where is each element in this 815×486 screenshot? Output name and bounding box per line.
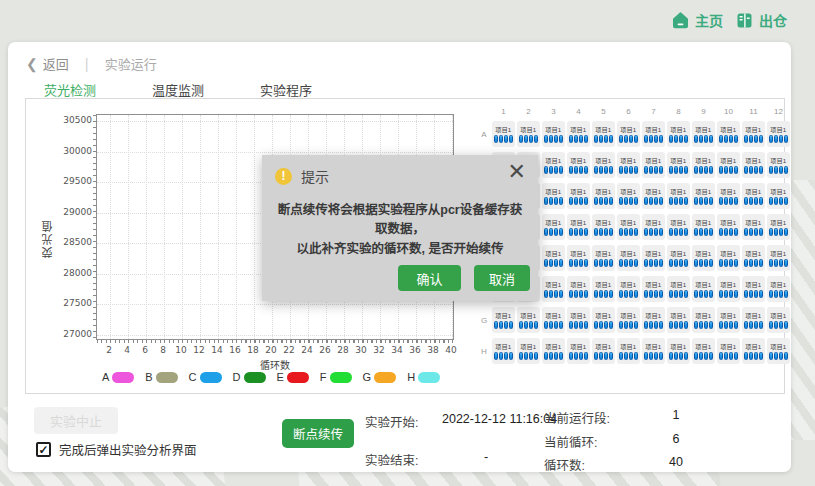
well-cell[interactable]: 项目1 — [492, 121, 515, 147]
abort-experiment-button[interactable]: 实验中止 — [34, 407, 118, 434]
well-cell[interactable]: 项目1 — [767, 183, 790, 209]
well-cell[interactable]: 项目1 — [642, 183, 665, 209]
tube-segment — [784, 135, 788, 143]
well-cell[interactable]: 项目1 — [742, 121, 765, 147]
close-icon[interactable]: ✕ — [508, 161, 526, 183]
well-cell[interactable]: 项目1 — [567, 245, 590, 271]
well-cell[interactable]: 项目1 — [642, 245, 665, 271]
well-cell[interactable]: 项目1 — [692, 121, 715, 147]
well-cell[interactable]: 项目1 — [617, 338, 640, 364]
well-cell[interactable]: 项目1 — [617, 183, 640, 209]
home-button[interactable]: 主页 — [672, 10, 723, 30]
well-cell[interactable]: 项目1 — [692, 245, 715, 271]
back-button[interactable]: 返回 — [43, 54, 69, 73]
well-cell[interactable]: 项目1 — [717, 121, 740, 147]
well-cell[interactable]: 项目1 — [767, 152, 790, 178]
well-cell[interactable]: 项目1 — [692, 214, 715, 240]
well-cell[interactable]: 项目1 — [542, 121, 565, 147]
well-cell[interactable]: 项目1 — [517, 338, 540, 364]
well-cell[interactable]: 项目1 — [667, 276, 690, 302]
tube-segment — [604, 135, 608, 143]
well-cell[interactable]: 项目1 — [592, 183, 615, 209]
well-cell[interactable]: 项目1 — [567, 276, 590, 302]
well-cell[interactable]: 项目1 — [667, 121, 690, 147]
well-cell[interactable]: 项目1 — [567, 307, 590, 333]
cancel-button[interactable]: 取消 — [474, 265, 530, 291]
well-cell[interactable]: 项目1 — [517, 121, 540, 147]
confirm-button[interactable]: 确认 — [398, 265, 461, 291]
well-cell[interactable]: 项目1 — [542, 214, 565, 240]
well-cell[interactable]: 项目1 — [667, 338, 690, 364]
well-cell[interactable]: 项目1 — [742, 338, 765, 364]
well-cell[interactable]: 项目1 — [492, 307, 515, 333]
well-cell[interactable]: 项目1 — [692, 183, 715, 209]
well-cell[interactable]: 项目1 — [767, 307, 790, 333]
well-cell[interactable]: 项目1 — [692, 152, 715, 178]
well-cell[interactable]: 项目1 — [717, 245, 740, 271]
well-cell[interactable]: 项目1 — [667, 307, 690, 333]
well-cell[interactable]: 项目1 — [617, 245, 640, 271]
well-cell[interactable]: 项目1 — [592, 307, 615, 333]
well-cell[interactable]: 项目1 — [642, 152, 665, 178]
well-cell[interactable]: 项目1 — [567, 152, 590, 178]
well-cell[interactable]: 项目1 — [767, 214, 790, 240]
well-cell[interactable]: 项目1 — [717, 338, 740, 364]
well-cell[interactable]: 项目1 — [567, 338, 590, 364]
well-cell[interactable]: 项目1 — [717, 214, 740, 240]
well-cell[interactable]: 项目1 — [692, 307, 715, 333]
well-cell[interactable]: 项目1 — [767, 121, 790, 147]
back-chevron-icon: ❮ — [26, 56, 38, 72]
analysis-popup-checkbox[interactable]: ✓ — [36, 442, 51, 457]
well-cell[interactable]: 项目1 — [592, 276, 615, 302]
well-cell[interactable]: 项目1 — [617, 121, 640, 147]
well-cell[interactable]: 项目1 — [717, 152, 740, 178]
well-cell[interactable]: 项目1 — [717, 183, 740, 209]
well-cell[interactable]: 项目1 — [667, 245, 690, 271]
well-cell[interactable]: 项目1 — [617, 307, 640, 333]
well-cell[interactable]: 项目1 — [592, 152, 615, 178]
well-cell[interactable]: 项目1 — [642, 214, 665, 240]
well-cell[interactable]: 项目1 — [542, 183, 565, 209]
well-cell[interactable]: 项目1 — [567, 121, 590, 147]
well-cell[interactable]: 项目1 — [767, 245, 790, 271]
well-cell[interactable]: 项目1 — [642, 338, 665, 364]
well-cell[interactable]: 项目1 — [667, 152, 690, 178]
well-cell[interactable]: 项目1 — [667, 183, 690, 209]
well-cell[interactable]: 项目1 — [642, 307, 665, 333]
well-cell[interactable]: 项目1 — [742, 183, 765, 209]
well-cell[interactable]: 项目1 — [592, 245, 615, 271]
resume-transfer-button[interactable]: 断点续传 — [282, 419, 354, 448]
well-cell[interactable]: 项目1 — [542, 338, 565, 364]
well-cell[interactable]: 项目1 — [717, 307, 740, 333]
well-cell[interactable]: 项目1 — [742, 152, 765, 178]
well-cell[interactable]: 项目1 — [742, 307, 765, 333]
well-cell[interactable]: 项目1 — [592, 214, 615, 240]
well-cell[interactable]: 项目1 — [617, 276, 640, 302]
well-cell[interactable]: 项目1 — [492, 338, 515, 364]
well-cell[interactable]: 项目1 — [667, 214, 690, 240]
well-cell[interactable]: 项目1 — [642, 276, 665, 302]
well-cell[interactable]: 项目1 — [542, 276, 565, 302]
well-cell[interactable]: 项目1 — [567, 214, 590, 240]
well-cell[interactable]: 项目1 — [692, 276, 715, 302]
well-cell[interactable]: 项目1 — [767, 338, 790, 364]
well-cell[interactable]: 项目1 — [692, 338, 715, 364]
well-cell[interactable]: 项目1 — [742, 276, 765, 302]
well-cell[interactable]: 项目1 — [767, 276, 790, 302]
well-cell[interactable]: 项目1 — [617, 152, 640, 178]
well-cell[interactable]: 项目1 — [617, 214, 640, 240]
well-cell[interactable]: 项目1 — [542, 245, 565, 271]
well-cell[interactable]: 项目1 — [517, 307, 540, 333]
well-cell[interactable]: 项目1 — [742, 245, 765, 271]
well-cell[interactable]: 项目1 — [542, 152, 565, 178]
tube-segment — [569, 352, 573, 360]
well-cell[interactable]: 项目1 — [567, 183, 590, 209]
exit-chamber-button[interactable]: 出仓 — [736, 10, 787, 30]
well-project-label: 项目1 — [571, 219, 587, 225]
well-cell[interactable]: 项目1 — [742, 214, 765, 240]
well-cell[interactable]: 项目1 — [542, 307, 565, 333]
well-cell[interactable]: 项目1 — [592, 338, 615, 364]
well-cell[interactable]: 项目1 — [592, 121, 615, 147]
well-cell[interactable]: 项目1 — [642, 121, 665, 147]
well-cell[interactable]: 项目1 — [717, 276, 740, 302]
